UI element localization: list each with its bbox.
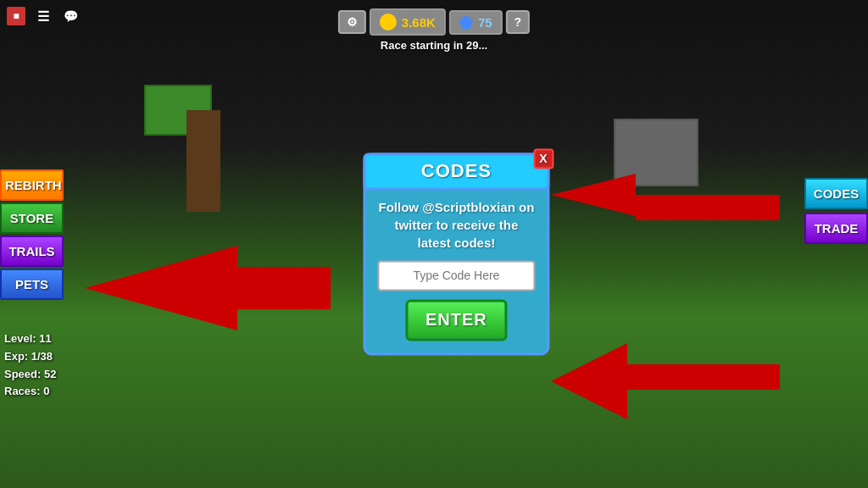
codes-description: Follow @Scriptbloxian on twitter to rece… [377, 198, 535, 252]
tree-trunk-decoration [186, 110, 220, 212]
top-hud: ⚙ 3.68K 75 ? Race starting in 29... [338, 8, 530, 52]
help-button[interactable]: ? [506, 10, 531, 34]
codes-modal-title: CODES X [363, 152, 549, 190]
trails-button[interactable]: TRAILS [0, 236, 64, 267]
player-speed: Speed: 52 [4, 366, 56, 384]
codes-sidebar-button[interactable]: CODES [804, 178, 868, 209]
close-button[interactable]: X [533, 148, 554, 169]
code-input[interactable] [377, 260, 535, 291]
trade-sidebar-button[interactable]: TRADE [804, 213, 868, 244]
right-sidebar: CODES TRADE [804, 178, 868, 244]
hud-bar: ⚙ 3.68K 75 ? [338, 8, 530, 36]
steps-display: 3.68K [370, 8, 446, 36]
rebirth-button[interactable]: REBIRTH [0, 169, 64, 201]
codes-modal-body: Follow @Scriptbloxian on twitter to rece… [365, 190, 547, 352]
player-stats: Level: 11 Exp: 1/38 Speed: 52 Races: 0 [4, 330, 56, 401]
gray-structure-decoration [614, 119, 698, 186]
gem-icon [459, 15, 473, 29]
runner-icon [380, 14, 397, 30]
gems-value: 75 [478, 15, 492, 30]
player-races: Races: 0 [4, 383, 56, 401]
enter-button[interactable]: ENTER [405, 299, 507, 341]
pets-button[interactable]: PETS [0, 269, 64, 300]
race-timer: Race starting in 29... [381, 39, 487, 52]
codes-modal: CODES X Follow @Scriptbloxian on twitter… [363, 152, 549, 355]
roblox-menu-icon[interactable]: ☰ [34, 7, 53, 25]
player-exp: Exp: 1/38 [4, 348, 56, 366]
left-sidebar: REBIRTH STORE TRAILS PETS [0, 169, 64, 300]
roblox-top-icons: ■ ☰ 💬 [7, 7, 80, 25]
roblox-logo-icon: ■ [7, 7, 25, 25]
roblox-chat-icon[interactable]: 💬 [61, 7, 80, 25]
store-button[interactable]: STORE [0, 202, 64, 234]
player-level: Level: 11 [4, 330, 56, 348]
gems-display: 75 [449, 10, 503, 35]
settings-button[interactable]: ⚙ [338, 10, 366, 34]
steps-value: 3.68K [402, 15, 436, 30]
